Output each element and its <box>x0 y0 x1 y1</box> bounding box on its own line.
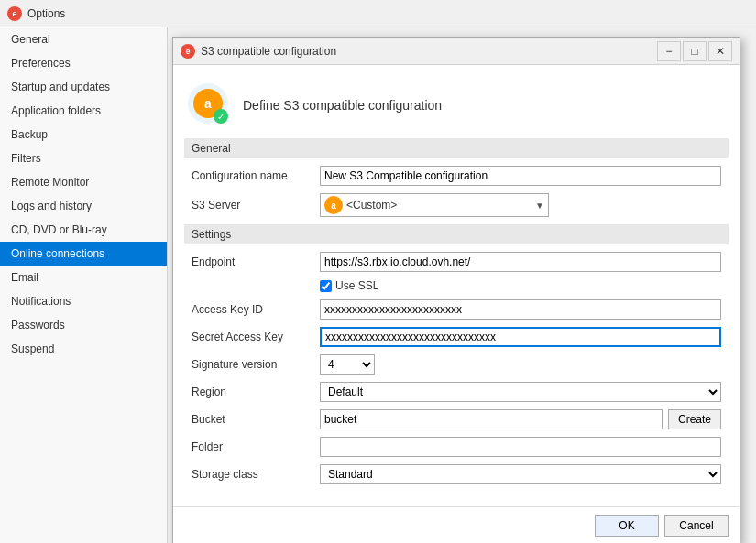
main-container: GeneralPreferencesStartup and updatesApp… <box>0 27 756 543</box>
s3-server-control: a <Custom> ▼ <box>320 193 721 217</box>
modal-titlebar: e S3 compatible configuration − □ ✕ <box>173 38 740 65</box>
config-name-input[interactable] <box>320 166 721 186</box>
secret-key-label: Secret Access Key <box>192 331 320 343</box>
modal-title: S3 compatible configuration <box>201 45 336 58</box>
sidebar-item-filters[interactable]: Filters <box>0 147 167 170</box>
sidebar-item-appfolders[interactable]: Application folders <box>0 99 167 123</box>
modal-title-left: e S3 compatible configuration <box>181 44 336 59</box>
config-name-label: Configuration name <box>192 169 320 182</box>
create-button[interactable]: Create <box>668 409 721 429</box>
secret-key-row: Secret Access Key <box>184 327 729 347</box>
ssl-checkbox[interactable] <box>320 280 332 292</box>
s3-server-value: <Custom> <box>346 199 531 212</box>
sidebar-item-cddvd[interactable]: CD, DVD or Blu-ray <box>0 218 167 242</box>
s3-server-row: S3 Server a <Custom> ▼ <box>184 193 729 217</box>
secret-key-control <box>320 327 721 347</box>
settings-section-header: Settings <box>184 224 729 244</box>
general-section-header: General <box>184 138 729 158</box>
config-name-control <box>320 166 721 186</box>
sidebar-item-notifications[interactable]: Notifications <box>0 289 167 313</box>
region-row: Region Default <box>184 382 729 402</box>
sidebar-item-suspend[interactable]: Suspend <box>0 337 167 361</box>
access-key-row: Access Key ID <box>184 299 729 320</box>
options-titlebar: e Options <box>0 0 756 27</box>
storage-class-row: Storage class Standard Reduced Redundanc… <box>184 464 729 484</box>
sidebar-item-general[interactable]: General <box>0 27 167 51</box>
modal-controls: − □ ✕ <box>657 41 732 61</box>
modal-header-section: a ✓ Define S3 compatible configuration <box>184 76 729 138</box>
modal-minimize-button[interactable]: − <box>657 41 681 61</box>
config-name-row: Configuration name <box>184 166 729 186</box>
access-key-label: Access Key ID <box>192 303 320 316</box>
app-icon: e <box>7 6 22 21</box>
storage-class-select[interactable]: Standard Reduced Redundancy Glacier <box>320 464 721 484</box>
modal-close-button[interactable]: ✕ <box>708 41 732 61</box>
cancel-button[interactable]: Cancel <box>664 515 729 537</box>
sidebar-item-onlineconn[interactable]: Online connections <box>0 242 167 266</box>
bucket-label: Bucket <box>192 413 320 426</box>
sidebar-item-email[interactable]: Email <box>0 266 167 289</box>
modal-footer: OK Cancel <box>173 506 740 543</box>
signature-label: Signature version <box>192 358 320 371</box>
modal-title-icon: e <box>181 44 195 59</box>
folder-label: Folder <box>192 440 320 453</box>
endpoint-label: Endpoint <box>192 255 320 268</box>
modal-maximize-button[interactable]: □ <box>683 41 707 61</box>
sidebar-item-passwords[interactable]: Passwords <box>0 313 167 337</box>
access-key-control <box>320 299 721 320</box>
region-control: Default <box>320 382 721 402</box>
folder-input[interactable] <box>320 437 721 457</box>
s3-server-arrow-icon: ▼ <box>535 201 544 211</box>
access-key-input[interactable] <box>320 299 721 320</box>
modal-header-title: Define S3 compatible configuration <box>243 98 442 113</box>
sidebar-item-preferences[interactable]: Preferences <box>0 51 167 75</box>
sidebar-item-remotemonitor[interactable]: Remote Monitor <box>0 170 167 194</box>
folder-row: Folder <box>184 437 729 457</box>
sidebar-item-backup[interactable]: Backup <box>0 123 167 147</box>
signature-select[interactable]: 4 2 <box>320 354 375 375</box>
s3-server-icon: a <box>324 196 343 214</box>
endpoint-input[interactable] <box>320 252 721 272</box>
s3-server-label: S3 Server <box>192 199 320 212</box>
storage-class-control: Standard Reduced Redundancy Glacier <box>320 464 721 484</box>
bucket-row: Bucket Create <box>184 409 729 429</box>
app-title: Options <box>27 7 65 20</box>
bucket-control: Create <box>320 409 721 429</box>
endpoint-row: Endpoint <box>184 252 729 272</box>
modal-body: a ✓ Define S3 compatible configuration G… <box>173 65 740 503</box>
signature-row: Signature version 4 2 <box>184 354 729 375</box>
region-select[interactable]: Default <box>320 382 721 402</box>
s3-server-dropdown[interactable]: a <Custom> ▼ <box>320 193 549 217</box>
storage-class-label: Storage class <box>192 468 320 481</box>
content-area: e S3 compatible configuration − □ ✕ a <box>168 27 756 543</box>
secret-key-input[interactable] <box>320 327 721 347</box>
endpoint-control <box>320 252 721 272</box>
folder-control <box>320 437 721 457</box>
check-icon: ✓ <box>214 109 228 124</box>
sidebar-item-startup[interactable]: Startup and updates <box>0 75 167 99</box>
region-label: Region <box>192 386 320 398</box>
s3-config-modal: e S3 compatible configuration − □ ✕ a <box>172 37 740 543</box>
ok-button[interactable]: OK <box>595 515 659 537</box>
ssl-label: Use SSL <box>335 279 378 292</box>
ssl-row: Use SSL <box>184 279 729 292</box>
s3-icon: a ✓ <box>188 83 232 127</box>
sidebar-item-logshistory[interactable]: Logs and history <box>0 194 167 218</box>
sidebar: GeneralPreferencesStartup and updatesApp… <box>0 27 168 543</box>
bucket-input[interactable] <box>320 409 663 429</box>
signature-control: 4 2 <box>320 354 721 375</box>
